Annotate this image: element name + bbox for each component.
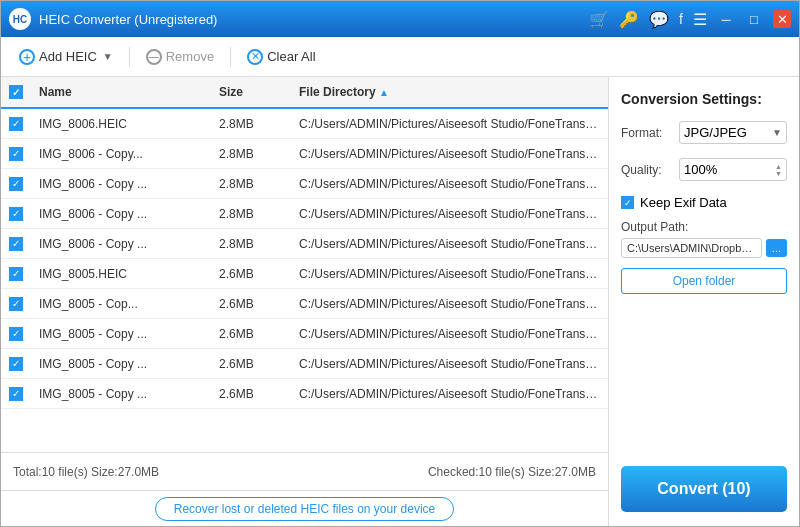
row-name-1: IMG_8006.HEIC xyxy=(31,117,211,131)
row-size-5: 2.8MB xyxy=(211,237,291,251)
minimize-button[interactable]: ─ xyxy=(717,10,735,28)
quality-down-arrow[interactable]: ▼ xyxy=(775,170,782,177)
row-size-8: 2.6MB xyxy=(211,327,291,341)
add-icon: + xyxy=(19,49,35,65)
format-select[interactable]: JPG/JPEG ▼ xyxy=(679,121,787,144)
quality-value: 100% xyxy=(684,162,717,177)
recovery-link[interactable]: Recover lost or deleted HEIC files on yo… xyxy=(155,497,454,521)
row-dir-10: C:/Users/ADMIN/Pictures/Aiseesoft Studio… xyxy=(291,387,608,401)
row-checkbox-10[interactable] xyxy=(9,387,23,401)
row-dir-2: C:/Users/ADMIN/Pictures/Aiseesoft Studio… xyxy=(291,147,608,161)
row-dir-5: C:/Users/ADMIN/Pictures/Aiseesoft Studio… xyxy=(291,237,608,251)
quality-label: Quality: xyxy=(621,163,673,177)
row-checkbox-9[interactable] xyxy=(9,357,23,371)
row-dir-3: C:/Users/ADMIN/Pictures/Aiseesoft Studio… xyxy=(291,177,608,191)
format-dropdown-arrow: ▼ xyxy=(772,127,782,138)
select-all-checkbox[interactable] xyxy=(9,85,23,99)
table-body: IMG_8006.HEIC 2.8MB C:/Users/ADMIN/Pictu… xyxy=(1,109,608,452)
chat-icon[interactable]: 💬 xyxy=(649,10,669,29)
row-size-6: 2.6MB xyxy=(211,267,291,281)
table-row: IMG_8006 - Copy ... 2.8MB C:/Users/ADMIN… xyxy=(1,199,608,229)
table-row: IMG_8006 - Copy ... 2.8MB C:/Users/ADMIN… xyxy=(1,229,608,259)
main-content: Name Size File Directory ▲ IMG_8006.HEIC… xyxy=(1,77,799,526)
row-dir-9: C:/Users/ADMIN/Pictures/Aiseesoft Studio… xyxy=(291,357,608,371)
recovery-bar: Recover lost or deleted HEIC files on yo… xyxy=(1,490,608,526)
row-name-4: IMG_8006 - Copy ... xyxy=(31,207,211,221)
format-label: Format: xyxy=(621,126,673,140)
table-row: IMG_8005 - Copy ... 2.6MB C:/Users/ADMIN… xyxy=(1,319,608,349)
toolbar-divider-2 xyxy=(230,47,231,67)
titlebar-controls: 🛒 🔑 💬 f ☰ ─ □ ✕ xyxy=(589,10,791,29)
row-name-7: IMG_8005 - Cop... xyxy=(31,297,211,311)
remove-button[interactable]: ─ Remove xyxy=(136,45,224,69)
key-icon[interactable]: 🔑 xyxy=(619,10,639,29)
row-checkbox-1[interactable] xyxy=(9,117,23,131)
row-size-3: 2.8MB xyxy=(211,177,291,191)
quality-row: Quality: 100% ▲ ▼ xyxy=(621,158,787,181)
convert-button[interactable]: Convert (10) xyxy=(621,466,787,512)
row-name-10: IMG_8005 - Copy ... xyxy=(31,387,211,401)
row-checkbox-6[interactable] xyxy=(9,267,23,281)
row-dir-1: C:/Users/ADMIN/Pictures/Aiseesoft Studio… xyxy=(291,117,608,131)
row-dir-8: C:/Users/ADMIN/Pictures/Aiseesoft Studio… xyxy=(291,327,608,341)
row-name-9: IMG_8005 - Copy ... xyxy=(31,357,211,371)
row-name-8: IMG_8005 - Copy ... xyxy=(31,327,211,341)
row-name-2: IMG_8006 - Copy... xyxy=(31,147,211,161)
row-dir-6: C:/Users/ADMIN/Pictures/Aiseesoft Studio… xyxy=(291,267,608,281)
row-checkbox-5[interactable] xyxy=(9,237,23,251)
row-size-4: 2.8MB xyxy=(211,207,291,221)
output-path-section: Output Path: C:\Users\ADMIN\Dropbox\PC\ … xyxy=(621,220,787,258)
table-row: IMG_8005.HEIC 2.6MB C:/Users/ADMIN/Pictu… xyxy=(1,259,608,289)
open-folder-button[interactable]: Open folder xyxy=(621,268,787,294)
table-header: Name Size File Directory ▲ xyxy=(1,77,608,109)
keep-exif-label: Keep Exif Data xyxy=(640,195,727,210)
output-path-display: C:\Users\ADMIN\Dropbox\PC\ xyxy=(621,238,762,258)
cart-icon[interactable]: 🛒 xyxy=(589,10,609,29)
add-heic-label: Add HEIC xyxy=(39,49,97,64)
maximize-button[interactable]: □ xyxy=(745,10,763,28)
header-name: Name xyxy=(31,85,211,99)
format-value: JPG/JPEG xyxy=(684,125,747,140)
row-checkbox-4[interactable] xyxy=(9,207,23,221)
output-path-label: Output Path: xyxy=(621,220,787,234)
menu-icon[interactable]: ☰ xyxy=(693,10,707,29)
row-dir-7: C:/Users/ADMIN/Pictures/Aiseesoft Studio… xyxy=(291,297,608,311)
header-checkbox[interactable] xyxy=(1,85,31,99)
file-list-panel: Name Size File Directory ▲ IMG_8006.HEIC… xyxy=(1,77,609,526)
row-name-5: IMG_8006 - Copy ... xyxy=(31,237,211,251)
sort-arrow: ▲ xyxy=(379,87,389,98)
add-heic-button[interactable]: + Add HEIC ▼ xyxy=(9,45,123,69)
clear-all-button[interactable]: ✕ Clear All xyxy=(237,45,325,69)
toolbar-divider-1 xyxy=(129,47,130,67)
settings-panel: Conversion Settings: Format: JPG/JPEG ▼ … xyxy=(609,77,799,526)
app-title: HEIC Converter (Unregistered) xyxy=(39,12,589,27)
row-size-1: 2.8MB xyxy=(211,117,291,131)
titlebar: HC HEIC Converter (Unregistered) 🛒 🔑 💬 f… xyxy=(1,1,799,37)
facebook-icon[interactable]: f xyxy=(679,11,683,27)
status-checked: Checked:10 file(s) Size:27.0MB xyxy=(428,465,596,479)
row-size-7: 2.6MB xyxy=(211,297,291,311)
row-checkbox-7[interactable] xyxy=(9,297,23,311)
add-dropdown-arrow: ▼ xyxy=(103,51,113,62)
keep-exif-row: Keep Exif Data xyxy=(621,195,787,210)
table-row: IMG_8006 - Copy... 2.8MB C:/Users/ADMIN/… xyxy=(1,139,608,169)
table-row: IMG_8005 - Copy ... 2.6MB C:/Users/ADMIN… xyxy=(1,379,608,409)
row-checkbox-3[interactable] xyxy=(9,177,23,191)
toolbar: + Add HEIC ▼ ─ Remove ✕ Clear All xyxy=(1,37,799,77)
table-row: IMG_8006.HEIC 2.8MB C:/Users/ADMIN/Pictu… xyxy=(1,109,608,139)
quality-up-arrow[interactable]: ▲ xyxy=(775,163,782,170)
quality-input[interactable]: 100% ▲ ▼ xyxy=(679,158,787,181)
row-checkbox-8[interactable] xyxy=(9,327,23,341)
app-logo: HC xyxy=(9,8,31,30)
header-size: Size xyxy=(211,85,291,99)
format-row: Format: JPG/JPEG ▼ xyxy=(621,121,787,144)
browse-button[interactable]: ... xyxy=(766,239,787,257)
table-row: IMG_8005 - Copy ... 2.6MB C:/Users/ADMIN… xyxy=(1,349,608,379)
keep-exif-checkbox[interactable] xyxy=(621,196,634,209)
row-size-9: 2.6MB xyxy=(211,357,291,371)
row-checkbox-2[interactable] xyxy=(9,147,23,161)
clear-label: Clear All xyxy=(267,49,315,64)
output-path-row: C:\Users\ADMIN\Dropbox\PC\ ... xyxy=(621,238,787,258)
header-directory: File Directory ▲ xyxy=(291,85,588,99)
close-button[interactable]: ✕ xyxy=(773,10,791,28)
